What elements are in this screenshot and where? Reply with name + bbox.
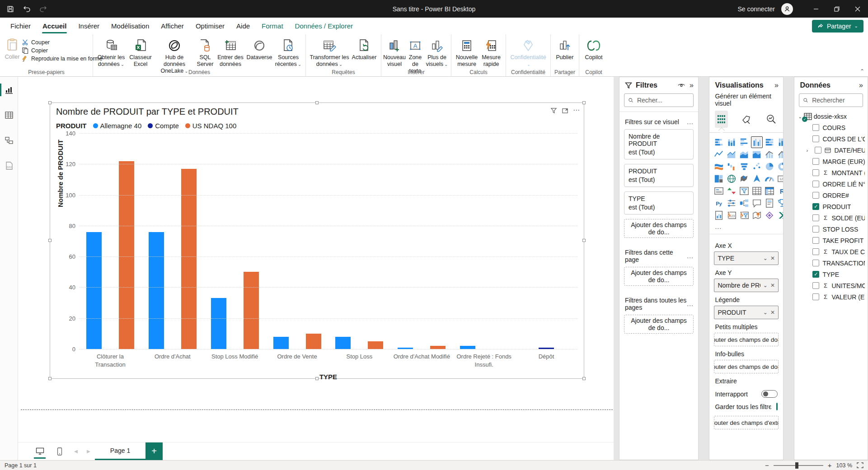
field-checkbox[interactable] xyxy=(812,124,819,131)
power-automate-icon[interactable] xyxy=(776,209,784,221)
filters-visibility-icon[interactable] xyxy=(678,83,685,88)
field-row[interactable]: ✓TYPE xyxy=(797,269,865,280)
clustered-column-chart-visual[interactable]: Nombre de PRODUIT par TYPE et PRODUIT ⋯ … xyxy=(50,102,584,379)
page-tab-page1[interactable]: Page 1 xyxy=(95,442,145,460)
new-measure-button[interactable]: Nouvelle mesure xyxy=(454,37,479,68)
azure-map-icon[interactable] xyxy=(751,173,763,185)
field-row[interactable]: ORDRE# xyxy=(797,190,865,201)
filter-section-more-icon[interactable]: ... xyxy=(687,118,694,126)
tab-format-visual[interactable] xyxy=(740,111,753,128)
legend-item[interactable]: Compte xyxy=(148,122,179,130)
chevron-down-icon[interactable]: ⌄ xyxy=(763,309,768,316)
field-checkbox[interactable] xyxy=(812,135,819,142)
line-and-clustered-column-chart-icon[interactable] xyxy=(776,149,784,160)
key-influencers-icon[interactable] xyxy=(726,197,737,209)
filter-card[interactable]: Nombre de PRODUITest (Tout) xyxy=(624,129,694,159)
bar-us-ndaq-100[interactable] xyxy=(368,341,383,349)
more-visuals-button[interactable]: Plus de visuels⌄ xyxy=(426,37,448,68)
arcgis-map-icon[interactable] xyxy=(751,209,763,221)
collapse-filters-pane-icon[interactable]: » xyxy=(690,81,694,89)
expand-field-icon[interactable]: › xyxy=(806,148,812,153)
tab-accueil[interactable]: Accueil xyxy=(37,19,72,33)
field-row[interactable]: ΣUNITES/MONT.1 xyxy=(797,280,865,291)
tab-inserer[interactable]: Insérer xyxy=(72,19,105,33)
decomposition-tree-icon[interactable] xyxy=(738,197,750,209)
treemap-icon[interactable] xyxy=(713,173,725,185)
field-well-légende[interactable]: PRODUIT⌄✕ xyxy=(714,306,779,319)
field-checkbox[interactable] xyxy=(812,158,819,165)
qa-visual-icon[interactable] xyxy=(751,197,763,209)
tab-build-visual[interactable] xyxy=(715,111,728,128)
zoom-out-button[interactable]: − xyxy=(765,461,769,469)
resize-handle-se[interactable] xyxy=(582,377,586,380)
copilot-button[interactable]: Copilot xyxy=(582,37,605,61)
area-chart-icon[interactable] xyxy=(726,149,737,160)
100-stacked-column-chart-icon[interactable] xyxy=(776,136,784,148)
account-avatar[interactable] xyxy=(781,3,793,15)
sign-in-button[interactable]: Se connecter xyxy=(738,5,775,13)
visual-filter-icon[interactable] xyxy=(550,107,557,114)
field-row[interactable]: ΣVALEUR (EUR) xyxy=(797,291,865,302)
add-page-button[interactable]: + xyxy=(145,442,163,460)
waterfall-chart-icon[interactable] xyxy=(726,161,737,172)
redo-icon[interactable] xyxy=(39,5,47,13)
cut-button[interactable]: Couper xyxy=(22,39,103,46)
data-search[interactable] xyxy=(799,93,863,107)
ribbon-chart-icon[interactable] xyxy=(713,161,725,172)
zoom-slider-thumb[interactable] xyxy=(795,462,798,469)
bar-allemagne-40[interactable] xyxy=(273,337,289,349)
publish-button[interactable]: Publier xyxy=(554,37,576,61)
field-well-axe-x[interactable]: TYPE⌄✕ xyxy=(714,251,779,265)
multi-row-card-icon[interactable] xyxy=(713,185,725,197)
paste-button[interactable]: Coller xyxy=(3,37,22,62)
stacked-column-chart-icon[interactable] xyxy=(726,136,737,148)
add-filter-fields[interactable]: Ajouter des champs de do... xyxy=(624,315,694,334)
chevron-down-icon[interactable]: ⌄ xyxy=(763,255,768,261)
100-stacked-bar-chart-icon[interactable] xyxy=(764,136,775,148)
field-checkbox[interactable] xyxy=(812,248,819,255)
resize-handle-s[interactable] xyxy=(315,377,319,380)
field-checkbox[interactable] xyxy=(812,214,819,221)
dataverse-button[interactable]: Dataverse xyxy=(245,37,274,61)
filter-section-more-icon[interactable]: ... xyxy=(687,252,694,260)
bar-allemagne-40[interactable] xyxy=(149,232,164,349)
slicer-icon[interactable] xyxy=(738,185,750,197)
sidebar-item-table-view[interactable] xyxy=(0,108,18,122)
smart-narrative-icon[interactable] xyxy=(764,197,775,209)
collapse-data-pane-icon[interactable]: » xyxy=(859,81,863,89)
resize-handle-n[interactable] xyxy=(315,101,319,104)
transform-data-button[interactable]: Transformer les données⌄ xyxy=(309,37,350,68)
share-button[interactable]: Partager ⌄ xyxy=(812,20,863,33)
add-filter-fields[interactable]: Ajouter des champs de do... xyxy=(624,219,694,238)
sensitivity-button[interactable]: Confidentialité⌄ xyxy=(509,37,548,68)
field-row[interactable]: COURS DE L'OPD xyxy=(797,133,865,144)
bar-us-ndaq-100[interactable] xyxy=(119,161,134,349)
collapse-table-icon[interactable]: ⌄ xyxy=(798,114,802,119)
field-row[interactable]: TRANSACTION ... xyxy=(797,257,865,269)
bar-us-ndaq-100[interactable] xyxy=(306,334,321,349)
add-filter-fields[interactable]: Ajouter des champs de do... xyxy=(624,267,694,286)
metrics-icon[interactable] xyxy=(776,197,784,209)
100-stacked-area-chart-icon[interactable] xyxy=(751,149,763,160)
new-slicer-visual-icon[interactable] xyxy=(738,209,750,221)
collapse-ribbon-icon[interactable]: ⌃ xyxy=(860,68,864,74)
bar-us-ndaq-100[interactable] xyxy=(181,169,197,349)
zoom-in-button[interactable]: + xyxy=(828,461,832,469)
cross-report-toggle[interactable] xyxy=(761,390,778,398)
tab-modelisation[interactable]: Modélisation xyxy=(105,19,155,33)
desktop-layout-button[interactable] xyxy=(30,442,50,460)
field-checkbox[interactable] xyxy=(812,260,819,266)
focus-mode-icon[interactable] xyxy=(562,107,568,114)
scatter-chart-icon[interactable] xyxy=(751,161,763,172)
tab-aide[interactable]: Aide xyxy=(230,19,256,33)
sidebar-item-model-view[interactable] xyxy=(0,134,18,147)
line-and-stacked-column-chart-icon[interactable] xyxy=(764,149,775,160)
more-visual-options[interactable]: ... xyxy=(709,221,783,231)
resize-handle-sw[interactable] xyxy=(48,377,52,380)
chevron-down-icon[interactable]: ⌄ xyxy=(763,282,768,289)
collapse-visualizations-pane-icon[interactable]: » xyxy=(774,81,779,89)
tab-fichier[interactable]: Fichier xyxy=(5,19,37,33)
close-button[interactable] xyxy=(847,0,868,18)
field-row[interactable]: ✓PRODUIT xyxy=(797,201,865,212)
tab-analytics[interactable] xyxy=(765,111,778,128)
